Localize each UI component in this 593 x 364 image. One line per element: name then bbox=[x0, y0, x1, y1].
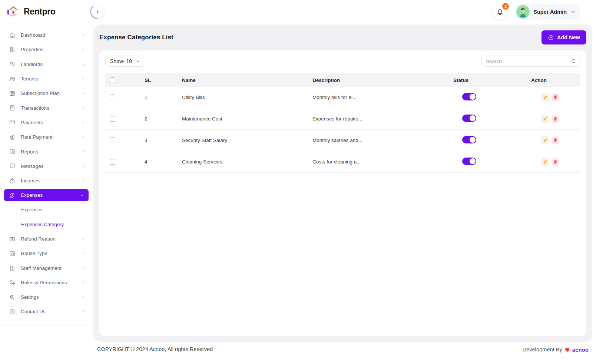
incomes-icon bbox=[9, 178, 16, 184]
cell-description: Monthly bills for el... bbox=[312, 95, 453, 100]
edit-button[interactable] bbox=[541, 93, 549, 101]
acnoo-link[interactable]: acnoo bbox=[572, 347, 589, 353]
reports-icon bbox=[9, 148, 16, 155]
properties-icon bbox=[9, 46, 16, 53]
table-body: 1Utility BillsMonthly bills for el...2Ma… bbox=[105, 87, 580, 173]
staff-management-icon bbox=[9, 265, 16, 271]
sidebar-item-label: Landlords bbox=[21, 62, 81, 67]
delete-button[interactable] bbox=[551, 158, 559, 166]
column-header-action: Action bbox=[531, 77, 580, 83]
status-toggle[interactable] bbox=[462, 93, 476, 100]
sidebar-item-label: Expenses bbox=[21, 192, 80, 198]
search-icon bbox=[571, 58, 577, 64]
add-new-label: Add New bbox=[557, 34, 580, 40]
chevron-down-icon bbox=[80, 193, 85, 198]
delete-button[interactable] bbox=[551, 136, 559, 144]
sidebar-item-label: Transactions bbox=[21, 105, 81, 111]
chevron-right-icon bbox=[81, 76, 86, 81]
toggle-knob bbox=[470, 158, 476, 164]
chevron-right-icon bbox=[81, 149, 86, 154]
sidebar-item-incomes[interactable]: Incomes bbox=[0, 173, 93, 188]
chevron-right-icon bbox=[81, 178, 86, 183]
landlords-icon bbox=[9, 61, 16, 67]
subscription-plan-icon bbox=[9, 90, 16, 97]
sidebar-item-landlords[interactable]: Landlords bbox=[0, 57, 93, 72]
sidebar-subitem-expenses[interactable]: Expenses bbox=[0, 202, 93, 217]
chevron-right-icon bbox=[81, 236, 86, 241]
toggle-knob bbox=[470, 137, 476, 143]
sidebar-item-expenses[interactable]: Expenses bbox=[4, 189, 89, 201]
sidebar-item-settings[interactable]: Settings bbox=[0, 290, 93, 304]
status-toggle[interactable] bbox=[462, 158, 476, 165]
edit-button[interactable] bbox=[541, 136, 549, 144]
sidebar-subitem-label: Expenses Category bbox=[21, 222, 64, 227]
sidebar-subitem-expenses-category[interactable]: Expenses Category bbox=[0, 217, 93, 232]
bell-icon bbox=[496, 8, 504, 16]
cell-name: Utility Bills bbox=[182, 95, 312, 100]
show-entries-label: Show- 10 bbox=[110, 58, 132, 64]
sidebar-item-properties[interactable]: Properties bbox=[0, 42, 93, 57]
profile-menu[interactable]: Super Admin bbox=[515, 4, 580, 20]
row-checkbox[interactable] bbox=[110, 95, 115, 100]
search-input[interactable] bbox=[481, 56, 580, 67]
show-entries-select[interactable]: Show- 10 bbox=[105, 56, 144, 67]
sidebar-item-payments[interactable]: Payments bbox=[0, 115, 93, 130]
cell-sl: 2 bbox=[141, 116, 182, 122]
toggle-knob bbox=[470, 115, 476, 121]
column-header-status: Status bbox=[453, 77, 531, 83]
cell-description: Monthly salaries and... bbox=[312, 138, 453, 143]
sidebar-collapse-button[interactable] bbox=[91, 5, 104, 18]
row-checkbox[interactable] bbox=[110, 159, 115, 165]
sidebar-item-staff-management[interactable]: Staff Management bbox=[0, 261, 93, 275]
sidebar-item-label: Staff Management bbox=[21, 265, 81, 271]
messages-icon bbox=[9, 163, 16, 169]
status-toggle[interactable] bbox=[462, 136, 476, 143]
sidebar-item-label: Payments bbox=[21, 120, 81, 125]
pencil-icon bbox=[543, 160, 547, 164]
sidebar-item-dashboard[interactable]: Dashboard bbox=[0, 28, 93, 42]
avatar bbox=[516, 5, 530, 19]
expense-categories-table: SLNameDescriptionStatusAction 1Utility B… bbox=[105, 73, 580, 173]
sidebar-item-tenants[interactable]: Tenants bbox=[0, 72, 93, 86]
pencil-icon bbox=[543, 117, 547, 121]
trash-icon bbox=[553, 159, 558, 164]
row-checkbox[interactable] bbox=[110, 138, 115, 143]
sidebar-item-house-type[interactable]: House Type bbox=[0, 246, 93, 261]
tenants-icon bbox=[9, 76, 16, 82]
cell-sl: 1 bbox=[141, 95, 182, 100]
sidebar-item-label: Dashboard bbox=[21, 32, 81, 38]
edit-button[interactable] bbox=[541, 158, 549, 166]
sidebar-item-label: Contact Us bbox=[21, 309, 81, 314]
notifications-button[interactable]: 2 bbox=[492, 4, 508, 20]
select-all-checkbox[interactable] bbox=[110, 77, 115, 83]
refund-reason-icon bbox=[9, 236, 16, 242]
main-panel: Expense Categories List Add New Show- 10… bbox=[93, 24, 592, 342]
sidebar-item-transactions[interactable]: Transactions bbox=[0, 100, 93, 115]
sidebar-item-reports[interactable]: Reports bbox=[0, 144, 93, 159]
sidebar-item-rent-payment[interactable]: Rent Payment bbox=[0, 130, 93, 144]
sidebar-item-contact-us[interactable]: Contact Us bbox=[0, 304, 93, 319]
chevron-right-icon bbox=[81, 280, 86, 285]
footer: COPYRIGHT © 2024 Acnoo, All rights Reser… bbox=[93, 342, 593, 364]
delete-button[interactable] bbox=[551, 115, 559, 123]
trash-icon bbox=[553, 95, 558, 100]
expenses-icon bbox=[9, 192, 16, 199]
delete-button[interactable] bbox=[551, 93, 559, 101]
table-row: 4Cleaning ServicesCosts for cleaning a..… bbox=[105, 151, 580, 173]
sidebar-item-roles-permissions[interactable]: Roles & Permissions bbox=[0, 275, 93, 290]
sidebar-item-refund-reason[interactable]: Refund Reason bbox=[0, 232, 93, 246]
table-row: 1Utility BillsMonthly bills for el... bbox=[105, 87, 580, 108]
row-checkbox[interactable] bbox=[110, 116, 115, 122]
chevron-right-icon bbox=[81, 62, 86, 67]
brand-name: Rentpro bbox=[24, 7, 55, 17]
sidebar-item-messages[interactable]: Messages bbox=[0, 159, 93, 173]
sidebar-item-label: Messages bbox=[21, 163, 81, 169]
table-row: 3Security Staff SalaryMonthly salaries a… bbox=[105, 130, 580, 151]
payments-icon bbox=[9, 119, 16, 126]
sidebar-item-subscription-plan[interactable]: Subscription Plan bbox=[0, 86, 93, 100]
add-new-button[interactable]: Add New bbox=[541, 30, 586, 44]
status-toggle[interactable] bbox=[462, 115, 476, 122]
column-header-description: Description bbox=[312, 77, 453, 83]
chevron-down-icon bbox=[570, 9, 576, 14]
edit-button[interactable] bbox=[541, 115, 549, 123]
